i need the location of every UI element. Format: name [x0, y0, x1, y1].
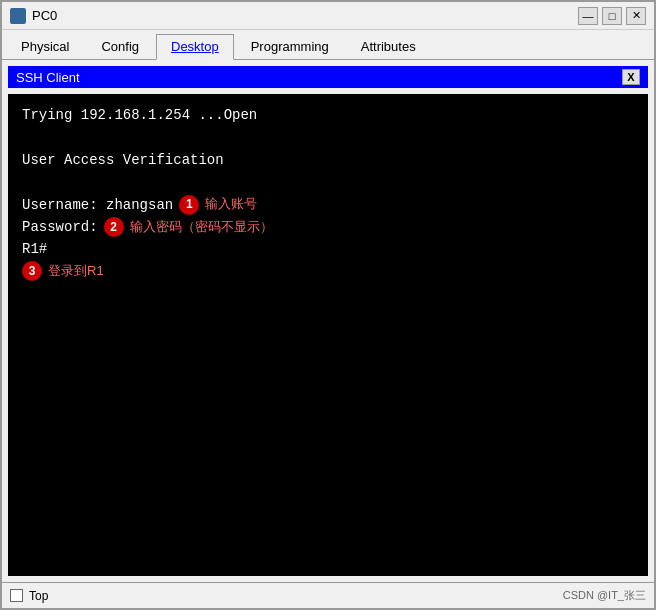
badge-1: 1: [179, 195, 199, 215]
tab-programming[interactable]: Programming: [236, 34, 344, 59]
minimize-button[interactable]: —: [578, 7, 598, 25]
top-checkbox[interactable]: [10, 589, 23, 602]
app-icon: [10, 8, 26, 24]
badge-3: 3: [22, 261, 42, 281]
watermark: CSDN @IT_张三: [563, 588, 646, 603]
main-window: PC0 — □ ✕ Physical Config Desktop Progra…: [0, 0, 656, 610]
main-content: SSH Client X Trying 192.168.1.254 ...Ope…: [2, 60, 654, 582]
ssh-client-bar: SSH Client X: [8, 66, 648, 88]
terminal-line-2: [22, 126, 634, 148]
terminal-line-4: [22, 171, 634, 193]
top-label: Top: [29, 589, 48, 603]
title-bar-left: PC0: [10, 8, 57, 24]
terminal-line-3: User Access Verification: [22, 149, 634, 171]
annotation-3: 登录到R1: [48, 261, 104, 282]
prompt-line: R1#: [22, 238, 634, 260]
ssh-close-button[interactable]: X: [622, 69, 640, 85]
terminal-window[interactable]: Trying 192.168.1.254 ...Open User Access…: [8, 94, 648, 576]
password-line: Password: 2 输入密码（密码不显示）: [22, 216, 634, 238]
prompt-text: R1#: [22, 238, 47, 260]
annotation-2: 输入密码（密码不显示）: [130, 217, 273, 238]
title-bar: PC0 — □ ✕: [2, 2, 654, 30]
annotation-1: 输入账号: [205, 194, 257, 215]
window-title: PC0: [32, 8, 57, 23]
bottom-bar: Top CSDN @IT_张三: [2, 582, 654, 608]
tab-attributes[interactable]: Attributes: [346, 34, 431, 59]
terminal-line-1: Trying 192.168.1.254 ...Open: [22, 104, 634, 126]
title-controls: — □ ✕: [578, 7, 646, 25]
username-line: Username: zhangsan 1 输入账号: [22, 194, 634, 216]
password-text: Password:: [22, 216, 98, 238]
badge-2: 2: [104, 217, 124, 237]
login-annotation-line: 3 登录到R1: [22, 261, 634, 282]
close-button[interactable]: ✕: [626, 7, 646, 25]
ssh-client-title: SSH Client: [16, 70, 80, 85]
tab-physical[interactable]: Physical: [6, 34, 84, 59]
maximize-button[interactable]: □: [602, 7, 622, 25]
tab-desktop[interactable]: Desktop: [156, 34, 234, 60]
tab-bar: Physical Config Desktop Programming Attr…: [2, 30, 654, 60]
tab-config[interactable]: Config: [86, 34, 154, 59]
username-text: Username: zhangsan: [22, 194, 173, 216]
bottom-left: Top: [10, 589, 48, 603]
